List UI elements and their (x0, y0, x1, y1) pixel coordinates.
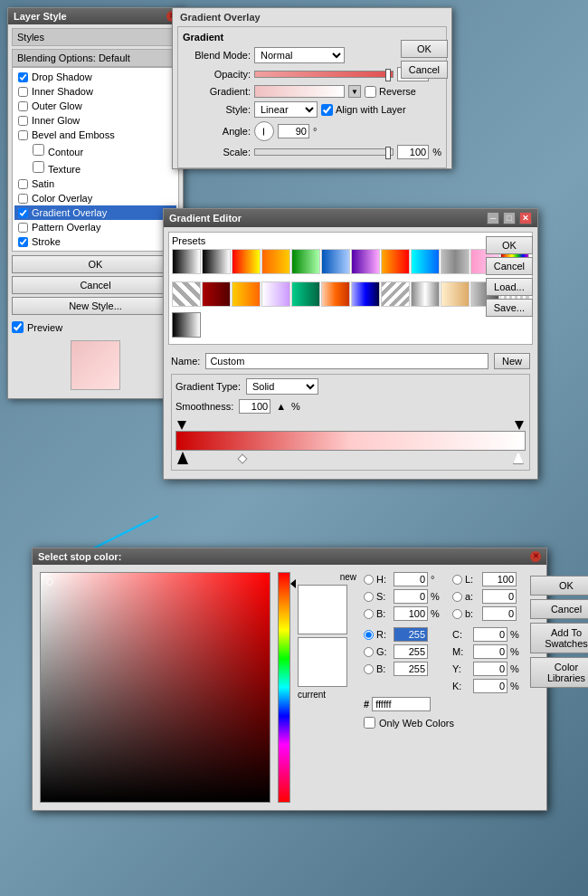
preset-swatch-3[interactable] (232, 249, 261, 274)
layer-option-pattern-overlay[interactable]: Pattern Overlay (14, 220, 176, 234)
pattern-overlay-checkbox[interactable] (18, 223, 28, 233)
angle-input[interactable] (278, 124, 309, 138)
layer-option-inner-shadow[interactable]: Inner Shadow (14, 84, 176, 99)
styles-header[interactable]: Styles (12, 28, 179, 46)
b-lab-input[interactable] (482, 606, 517, 621)
preset-swatch-6[interactable] (321, 249, 350, 274)
layer-style-cancel-button[interactable]: Cancel (12, 276, 179, 294)
color-overlay-checkbox[interactable] (18, 194, 28, 204)
gradient-editor-load-button[interactable]: Load... (486, 278, 533, 296)
blend-mode-dropdown[interactable]: Normal (254, 47, 345, 63)
lab-l-radio[interactable] (452, 575, 462, 585)
color-field[interactable] (40, 572, 270, 803)
gradient-preview-bar[interactable] (175, 431, 526, 451)
layer-option-bevel-emboss[interactable]: Bevel and Emboss (14, 128, 176, 142)
preset-swatch-21[interactable] (411, 281, 440, 307)
color-picker-cancel-button[interactable]: Cancel (530, 599, 588, 619)
lab-b-radio[interactable] (452, 609, 462, 619)
opacity-thumb[interactable] (385, 69, 391, 81)
gradient-editor-ok-button[interactable]: OK (486, 236, 533, 254)
preset-swatch-8[interactable] (381, 249, 410, 274)
color-spectrum-bar[interactable] (278, 572, 290, 803)
preset-swatch-13[interactable] (172, 281, 201, 307)
gradient-dropdown-arrow[interactable]: ▼ (348, 85, 361, 98)
maximize-button[interactable]: □ (503, 212, 516, 224)
angle-dial[interactable] (254, 121, 274, 141)
preset-swatch-10[interactable] (441, 249, 469, 274)
lab-a-radio[interactable] (452, 592, 462, 602)
preset-swatch-19[interactable] (351, 281, 380, 307)
y-input[interactable] (473, 662, 507, 676)
rgb-r-radio[interactable] (364, 630, 374, 640)
blending-header[interactable]: Blending Options: Default (12, 49, 179, 67)
preset-swatch-7[interactable] (351, 249, 380, 274)
layer-option-texture[interactable]: Texture (14, 159, 176, 176)
style-dropdown[interactable]: Linear (254, 101, 318, 118)
g-input[interactable] (394, 644, 428, 659)
preset-swatch-9[interactable] (411, 249, 440, 274)
preset-swatch-17[interactable] (291, 281, 320, 307)
hsb-s-radio[interactable] (364, 592, 374, 602)
preset-swatch-16[interactable] (261, 281, 290, 307)
preset-swatch-5[interactable] (291, 249, 320, 274)
outer-glow-checkbox[interactable] (18, 101, 28, 111)
b-input[interactable] (394, 606, 428, 621)
preset-swatch-22[interactable] (441, 281, 469, 307)
inner-glow-checkbox[interactable] (18, 116, 28, 126)
r-input[interactable] (394, 627, 428, 642)
inner-shadow-checkbox[interactable] (18, 87, 28, 97)
rgb-b-radio[interactable] (364, 664, 374, 674)
b-color-input[interactable] (394, 662, 428, 676)
stroke-checkbox[interactable] (18, 237, 28, 247)
scale-thumb[interactable] (385, 147, 391, 159)
scale-input[interactable] (397, 145, 429, 159)
preset-swatch-2[interactable] (202, 249, 231, 274)
opacity-slider[interactable] (254, 71, 394, 78)
a-lab-input[interactable] (482, 589, 517, 604)
rgb-g-radio[interactable] (364, 647, 374, 657)
layer-option-drop-shadow[interactable]: Drop Shadow (14, 70, 176, 84)
m-input[interactable] (473, 644, 507, 659)
smoothness-input[interactable] (239, 399, 270, 414)
gradient-overlay-cancel-button[interactable]: Cancel (401, 61, 448, 79)
layer-option-contour[interactable]: Contour (14, 142, 176, 159)
gradient-new-button[interactable]: New (494, 353, 530, 369)
texture-checkbox[interactable] (33, 161, 44, 173)
color-libraries-button[interactable]: Color Libraries (530, 657, 588, 688)
align-layer-checkbox[interactable] (321, 104, 333, 116)
k-input[interactable] (473, 679, 507, 693)
hsb-h-radio[interactable] (364, 575, 374, 585)
reverse-checkbox[interactable] (365, 86, 376, 98)
preset-swatch-1[interactable] (172, 249, 201, 274)
c-input[interactable] (473, 627, 507, 642)
gradient-name-input[interactable]: Custom (205, 353, 488, 369)
layer-option-satin[interactable]: Satin (14, 176, 176, 191)
drop-shadow-checkbox[interactable] (18, 72, 28, 82)
layer-option-stroke[interactable]: Stroke (14, 234, 176, 249)
gradient-editor-cancel-button[interactable]: Cancel (486, 257, 533, 275)
gradient-editor-save-button[interactable]: Save... (486, 299, 533, 317)
preset-swatch-15[interactable] (232, 281, 261, 307)
preset-swatch-14[interactable] (202, 281, 231, 307)
preset-swatch-18[interactable] (321, 281, 350, 307)
layer-option-gradient-overlay[interactable]: Gradient Overlay (14, 205, 176, 220)
midpoint-diamond[interactable] (237, 453, 247, 463)
gradient-swatch-preview[interactable] (254, 85, 345, 98)
preset-swatch-selected[interactable] (172, 312, 201, 338)
hsb-b-radio[interactable] (364, 609, 374, 619)
preview-checkbox[interactable] (12, 321, 24, 333)
minimize-button[interactable]: ─ (487, 212, 499, 224)
layer-option-inner-glow[interactable]: Inner Glow (14, 113, 176, 128)
layer-option-outer-glow[interactable]: Outer Glow (14, 99, 176, 113)
contour-checkbox[interactable] (33, 144, 44, 156)
opacity-stop-left[interactable] (177, 421, 186, 430)
color-stop-white[interactable] (513, 452, 524, 464)
gradient-overlay-checkbox[interactable] (18, 208, 28, 218)
preset-swatch-4[interactable] (261, 249, 290, 274)
color-picker-ok-button[interactable]: OK (530, 576, 588, 596)
layer-style-new-button[interactable]: New Style... (12, 297, 179, 315)
add-to-swatches-button[interactable]: Add To Swatches (530, 623, 588, 653)
h-input[interactable] (394, 572, 428, 586)
opacity-stop-right[interactable] (515, 421, 524, 430)
color-stop-black[interactable] (177, 452, 188, 464)
